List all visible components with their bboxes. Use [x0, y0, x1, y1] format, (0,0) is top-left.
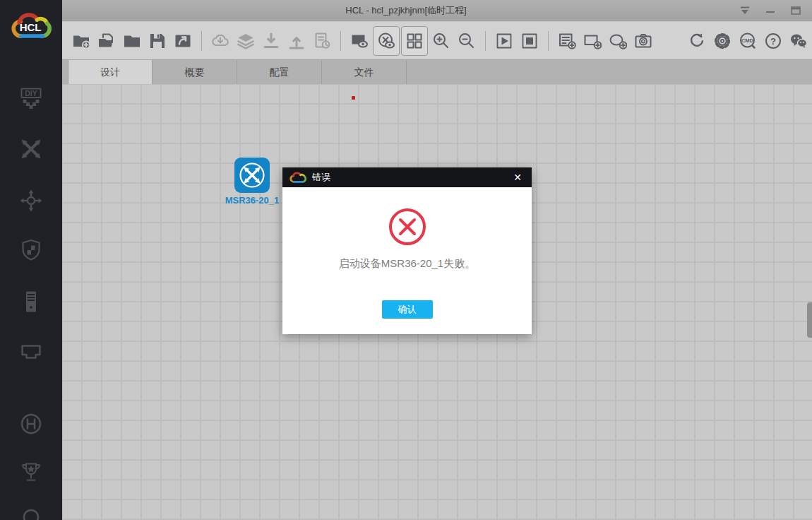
- sidebar-item-routers[interactable]: [0, 136, 62, 162]
- start-all-button[interactable]: [492, 27, 516, 55]
- dialog-hcl-logo-icon: [289, 172, 306, 184]
- confirm-button[interactable]: 确认: [382, 300, 433, 319]
- add-rectangle-icon: [583, 32, 602, 50]
- grid-layout-button[interactable]: [401, 26, 428, 56]
- router-device-icon: [234, 183, 270, 195]
- tabbar: 设计概要配置文件: [62, 59, 812, 84]
- export-button: [285, 27, 309, 55]
- minimize-button[interactable]: [763, 0, 778, 21]
- reset-button[interactable]: [685, 27, 709, 55]
- zoom-out-icon: [458, 32, 476, 50]
- error-message: 启动设备MSR36-20_1失败。: [282, 257, 532, 271]
- tab-design[interactable]: 设计: [68, 60, 153, 85]
- sidebar-item-search[interactable]: [0, 507, 62, 520]
- start-all-icon: [495, 32, 513, 50]
- import-button: [259, 27, 283, 55]
- tab-config[interactable]: 配置: [237, 60, 322, 85]
- sidebar-item-firewalls[interactable]: [0, 238, 62, 264]
- vertical-scrollbar-thumb[interactable]: [807, 302, 812, 338]
- tab-label: 设计: [100, 66, 120, 78]
- open-folder-icon: [123, 32, 141, 50]
- h3c-icon: [18, 411, 44, 437]
- zoom-in-icon: [432, 32, 450, 50]
- save-button[interactable]: [145, 27, 169, 55]
- open-project-button[interactable]: [95, 27, 119, 55]
- sidebar-item-switches[interactable]: [0, 188, 62, 213]
- open-folder-button[interactable]: [120, 27, 144, 55]
- sidebar-item-diy-devices[interactable]: DIY: [0, 86, 62, 112]
- sidebar: HCL DIY: [0, 0, 62, 520]
- tab-label: 文件: [354, 66, 374, 78]
- settings-button[interactable]: [710, 27, 734, 55]
- collapse-toolbar-button[interactable]: [737, 0, 753, 21]
- cmd-window-button[interactable]: CMD: [736, 27, 760, 55]
- sidebar-item-connections[interactable]: [0, 339, 62, 365]
- doc-history-icon: [313, 32, 331, 50]
- tab-label: 概要: [185, 66, 205, 78]
- sidebar-item-servers[interactable]: [0, 289, 62, 314]
- screenshot-button[interactable]: [631, 27, 655, 55]
- device-label: MSR36-20_1: [225, 195, 280, 206]
- add-note-icon: [558, 32, 576, 50]
- export-icon: [287, 32, 306, 50]
- export-topology-button[interactable]: [171, 27, 195, 55]
- titlebar: HCL - hcl_pzjkhjnm[临时工程]: [62, 0, 812, 21]
- close-icon[interactable]: ✕: [511, 172, 525, 183]
- help-button[interactable]: ?: [761, 27, 785, 55]
- add-ellipse-button[interactable]: [606, 27, 630, 55]
- sidebar-item-achievements[interactable]: [0, 459, 62, 485]
- switch-icon: [18, 188, 44, 213]
- toolbar-separator: [548, 31, 549, 51]
- show-background-icon: [350, 32, 369, 50]
- zoom-out-button[interactable]: [455, 27, 479, 55]
- sidebar-item-h3c[interactable]: [0, 411, 62, 437]
- logo-text: HCL: [20, 21, 42, 33]
- screenshot-icon: [634, 32, 652, 50]
- tab-label: 配置: [270, 66, 289, 78]
- grid-layout-icon: [405, 32, 424, 50]
- layers-button: [234, 27, 258, 55]
- layers-icon: [237, 32, 255, 50]
- show-background-button[interactable]: [347, 27, 371, 55]
- error-dialog: 错误 ✕ 启动设备MSR36-20_1失败。 确认: [282, 167, 532, 334]
- firewall-icon: [18, 238, 44, 264]
- cmd-window-icon: CMD: [739, 32, 757, 50]
- maximize-button[interactable]: [788, 0, 804, 21]
- error-dialog-body: 启动设备MSR36-20_1失败。 确认: [282, 187, 532, 334]
- export-topology-icon: [174, 32, 192, 50]
- error-circle-x-icon: [388, 207, 427, 247]
- tab-files[interactable]: 文件: [322, 60, 407, 85]
- device-node-router[interactable]: MSR36-20_1: [234, 158, 270, 196]
- window-title: HCL - hcl_pzjkhjnm[临时工程]: [345, 0, 466, 21]
- error-dialog-titlebar: 错误 ✕: [282, 167, 532, 187]
- stop-all-icon: [520, 32, 539, 50]
- add-note-button[interactable]: [555, 27, 579, 55]
- add-rectangle-button[interactable]: [580, 27, 604, 55]
- stop-all-button[interactable]: [518, 27, 542, 55]
- doc-history-button: [310, 27, 334, 55]
- toolbar-separator: [201, 31, 202, 51]
- toolbar: CMD?: [62, 21, 812, 59]
- show-interfaces-button[interactable]: [373, 26, 400, 56]
- wechat-button[interactable]: [787, 27, 811, 55]
- add-ellipse-icon: [609, 32, 627, 50]
- open-project-icon: [97, 32, 116, 50]
- tab-summary[interactable]: 概要: [153, 60, 237, 85]
- help-icon: ?: [764, 32, 782, 50]
- svg-text:DIY: DIY: [25, 89, 37, 98]
- import-icon: [262, 32, 280, 50]
- new-topology-button[interactable]: [69, 27, 93, 55]
- wechat-icon: [789, 32, 808, 50]
- connection-point-marker: [352, 96, 355, 100]
- show-interfaces-icon: [377, 32, 395, 50]
- hcl-logo: HCL: [11, 11, 52, 44]
- toolbar-separator: [485, 31, 486, 51]
- error-dialog-title: 错误: [312, 171, 330, 184]
- diy-icon: DIY: [18, 86, 44, 112]
- server-icon: [18, 289, 44, 314]
- trophy-icon: [18, 459, 44, 485]
- zoom-in-button[interactable]: [429, 27, 453, 55]
- svg-text:?: ?: [770, 35, 776, 46]
- cloud-download-button: [208, 27, 232, 55]
- reset-icon: [688, 32, 706, 50]
